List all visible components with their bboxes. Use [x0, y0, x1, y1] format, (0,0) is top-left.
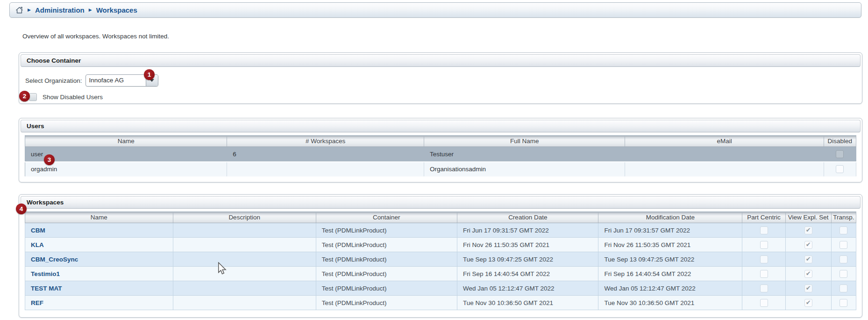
workspace-link[interactable]: CBM_CreoSync — [31, 256, 78, 263]
breadcrumb-separator-icon: ▶ — [28, 8, 31, 12]
ws-column-name: Name — [25, 212, 173, 223]
workspace-container: Test (PDMLinkProduct) — [316, 296, 457, 310]
ws-column-creation-date: Creation Date — [457, 212, 598, 223]
callout-badge-1: 1 — [144, 69, 155, 80]
workspace-container: Test (PDMLinkProduct) — [316, 223, 457, 238]
select-organization-label: Select Organization: — [25, 77, 82, 84]
transp-checkbox — [840, 255, 847, 263]
ws-column-container: Container — [316, 212, 457, 223]
ws-column-view-expl-set: View Expl. Set — [785, 212, 831, 223]
workspace-row: CBM_CreoSync Test (PDMLinkProduct) Tue S… — [25, 252, 856, 267]
breadcrumb: ▶ Administration ▶ Workspaces — [9, 2, 861, 18]
users-table: Name # Workspaces Full Name eMail Disabl… — [25, 135, 856, 177]
workspaces-panel: Workspaces Name Description Container Cr… — [19, 194, 862, 318]
page-description: Overview of all workspaces. Workspaces n… — [22, 33, 169, 40]
part-centric-checkbox — [760, 241, 768, 249]
transp-checkbox — [840, 284, 847, 292]
users-column-disabled: Disabled — [824, 136, 856, 147]
workspace-modification-date: Wed Jan 05 12:12:47 GMT 2022 — [598, 281, 742, 296]
workspace-modification-date: Tue Nov 30 10:36:50 GMT 2021 — [598, 296, 742, 310]
transp-checkbox — [840, 241, 847, 249]
workspace-row: REF Test (PDMLinkProduct) Tue Nov 30 10:… — [25, 296, 856, 310]
view-expl-set-checkbox — [804, 226, 812, 234]
user-row[interactable]: user 6 Testuser — [25, 147, 856, 162]
show-disabled-users-label: Show Disabled Users — [43, 94, 103, 101]
part-centric-checkbox — [760, 299, 768, 307]
workspace-creation-date: Tue Sep 13 09:47:25 GMT 2022 — [457, 252, 598, 267]
breadcrumb-link-administration[interactable]: Administration — [35, 6, 85, 14]
user-full-name[interactable]: Organisationsadmin — [424, 162, 625, 177]
transp-checkbox — [840, 299, 847, 307]
breadcrumb-link-workspaces[interactable]: Workspaces — [96, 6, 137, 14]
ws-column-description: Description — [173, 212, 316, 223]
user-email[interactable] — [625, 162, 824, 177]
workspaces-table: Name Description Container Creation Date… — [25, 211, 856, 310]
organization-select-value[interactable]: Innoface AG — [86, 75, 146, 86]
breadcrumb-separator-icon: ▶ — [89, 8, 92, 12]
workspace-description — [173, 281, 316, 296]
workspace-container: Test (PDMLinkProduct) — [316, 267, 457, 281]
users-column-workspaces: # Workspaces — [227, 136, 424, 147]
user-name[interactable]: user — [25, 147, 227, 162]
workspace-row: Testimio1 Test (PDMLinkProduct) Fri Sep … — [25, 267, 856, 281]
callout-badge-3: 3 — [44, 154, 55, 165]
user-row[interactable]: orgadmin Organisationsadmin — [25, 162, 856, 177]
view-expl-set-checkbox — [804, 241, 812, 249]
part-centric-checkbox — [760, 284, 768, 292]
show-disabled-users-checkbox[interactable] — [29, 93, 37, 101]
workspace-creation-date: Wed Jan 05 12:12:47 GMT 2022 — [457, 281, 598, 296]
users-panel-title: Users — [21, 120, 861, 132]
user-name[interactable]: orgadmin — [25, 162, 227, 177]
view-expl-set-checkbox — [804, 255, 812, 263]
part-centric-checkbox — [760, 226, 768, 234]
workspace-link[interactable]: TEST MAT — [31, 285, 62, 292]
workspace-link[interactable]: KLA — [31, 241, 44, 248]
callout-badge-2: 2 — [19, 91, 30, 102]
user-disabled-checkbox — [836, 165, 844, 173]
users-column-fullname: Full Name — [424, 136, 625, 147]
users-column-email: eMail — [625, 136, 824, 147]
workspace-row: KLA Test (PDMLinkProduct) Fri Nov 26 11:… — [25, 238, 856, 252]
users-table-header-row: Name # Workspaces Full Name eMail Disabl… — [25, 136, 856, 147]
workspace-description — [173, 238, 316, 252]
user-email[interactable] — [625, 147, 824, 162]
callout-badge-4: 4 — [16, 204, 27, 214]
ws-column-transp: Transp. — [831, 212, 856, 223]
workspace-modification-date: Fri Nov 26 11:50:35 GMT 2021 — [598, 238, 742, 252]
part-centric-checkbox — [760, 255, 768, 263]
workspace-modification-date: Tue Sep 13 09:47:25 GMT 2022 — [598, 252, 742, 267]
workspace-modification-date: Fri Jun 17 09:31:57 GMT 2022 — [598, 223, 742, 238]
workspace-container: Test (PDMLinkProduct) — [316, 238, 457, 252]
workspaces-panel-title: Workspaces — [21, 196, 861, 209]
ws-column-part-centric: Part Centric — [742, 212, 786, 223]
workspace-link[interactable]: Testimio1 — [31, 270, 60, 277]
transp-checkbox — [840, 226, 847, 234]
workspaces-table-header-row: Name Description Container Creation Date… — [25, 212, 856, 223]
workspace-creation-date: Tue Nov 30 10:36:50 GMT 2021 — [457, 296, 598, 310]
workspace-row: CBM Test (PDMLinkProduct) Fri Jun 17 09:… — [25, 223, 856, 238]
view-expl-set-checkbox — [804, 299, 812, 307]
workspace-creation-date: Fri Sep 16 14:40:54 GMT 2022 — [457, 267, 598, 281]
view-expl-set-checkbox — [804, 270, 812, 278]
user-full-name[interactable]: Testuser — [424, 147, 625, 162]
workspace-container: Test (PDMLinkProduct) — [316, 252, 457, 267]
workspace-description — [173, 267, 316, 281]
workspace-creation-date: Fri Jun 17 09:31:57 GMT 2022 — [457, 223, 598, 238]
user-num-workspaces[interactable] — [227, 162, 424, 177]
workspace-row: TEST MAT Test (PDMLinkProduct) Wed Jan 0… — [25, 281, 856, 296]
home-icon[interactable] — [15, 7, 23, 14]
ws-column-modification-date: Modification Date — [598, 212, 742, 223]
users-column-name: Name — [25, 136, 227, 147]
workspace-link[interactable]: REF — [31, 299, 43, 306]
users-panel: Users Name # Workspaces Full Name eMail … — [19, 118, 862, 182]
part-centric-checkbox — [760, 270, 768, 278]
workspace-link[interactable]: CBM — [31, 227, 45, 234]
view-expl-set-checkbox — [804, 284, 812, 292]
user-num-workspaces[interactable]: 6 — [227, 147, 424, 162]
workspace-description — [173, 296, 316, 310]
workspace-modification-date: Fri Sep 16 14:40:54 GMT 2022 — [598, 267, 742, 281]
workspace-description — [173, 223, 316, 238]
user-disabled-checkbox — [836, 150, 844, 158]
workspace-creation-date: Fri Nov 26 11:50:35 GMT 2021 — [457, 238, 598, 252]
workspace-container: Test (PDMLinkProduct) — [316, 281, 457, 296]
